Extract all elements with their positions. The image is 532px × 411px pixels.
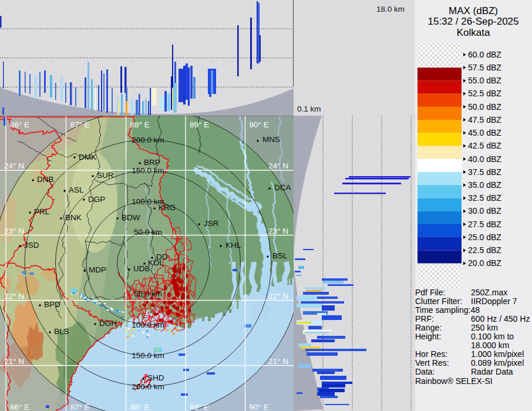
svg-text:BDW: BDW	[122, 213, 140, 222]
svg-text:DGH: DGH	[99, 319, 117, 328]
svg-text:27.5 dBZ: 27.5 dBZ	[468, 220, 501, 229]
svg-text:52.5 dBZ: 52.5 dBZ	[468, 89, 501, 98]
svg-text:Radar Data: Radar Data	[471, 367, 513, 376]
svg-text:86° E: 86° E	[10, 403, 29, 411]
svg-text:88° E: 88° E	[130, 403, 150, 411]
svg-text:Range:: Range:	[415, 323, 442, 332]
svg-text:55.0 dBZ: 55.0 dBZ	[468, 76, 501, 85]
svg-text:DNB: DNB	[37, 175, 54, 184]
svg-text:22° N: 22° N	[4, 292, 24, 301]
svg-text:30.0 dBZ: 30.0 dBZ	[468, 206, 501, 215]
svg-text:BNK: BNK	[65, 213, 82, 222]
svg-text:89° E: 89° E	[190, 403, 209, 411]
svg-text:200.0 km: 200.0 km	[132, 136, 164, 144]
svg-text:89° E: 89° E	[190, 120, 209, 129]
svg-text:250Z.max: 250Z.max	[471, 288, 507, 297]
svg-text:MAX (dBZ): MAX (dBZ)	[449, 5, 498, 16]
svg-text:15:32 / 26-Sep-2025: 15:32 / 26-Sep-2025	[427, 16, 518, 27]
svg-text:PRF:: PRF:	[415, 314, 434, 324]
svg-text:37.5 dBZ: 37.5 dBZ	[468, 167, 501, 177]
svg-text:BRP: BRP	[144, 158, 160, 167]
svg-text:SHD: SHD	[147, 373, 164, 382]
svg-text:1.000 km/pixel: 1.000 km/pixel	[471, 349, 524, 359]
svg-text:MNS: MNS	[262, 135, 280, 144]
svg-text:35.0 dBZ: 35.0 dBZ	[468, 180, 501, 190]
svg-text:BPD: BPD	[44, 300, 60, 309]
svg-text:25.0 dBZ: 25.0 dBZ	[468, 233, 501, 242]
svg-text:Data:: Data:	[415, 367, 435, 376]
svg-text:100.0 km: 100.0 km	[132, 321, 164, 329]
svg-text:BSL: BSL	[272, 251, 288, 260]
svg-text:57.5 dBZ: 57.5 dBZ	[468, 63, 501, 72]
svg-text:0.1 km: 0.1 km	[297, 105, 321, 113]
svg-text:45.0 dBZ: 45.0 dBZ	[468, 128, 501, 137]
svg-text:ASL: ASL	[69, 186, 84, 194]
svg-text:90° E: 90° E	[250, 120, 269, 129]
svg-text:24° N: 24° N	[268, 161, 288, 170]
svg-text:JSR: JSR	[204, 219, 219, 228]
svg-text:18.000 km: 18.000 km	[471, 341, 509, 350]
svg-text:250 km: 250 km	[471, 323, 498, 332]
svg-text:18.0 km: 18.0 km	[376, 5, 405, 14]
svg-text:50.0 dBZ: 50.0 dBZ	[468, 102, 501, 112]
svg-text:87° E: 87° E	[70, 403, 90, 411]
svg-text:600 Hz / 450 Hz: 600 Hz / 450 Hz	[471, 314, 530, 324]
svg-text:PRL: PRL	[34, 207, 50, 216]
svg-text:DGP: DGP	[88, 195, 105, 204]
svg-text:50.0 km: 50.0 km	[134, 289, 162, 298]
svg-text:150.0 km: 150.0 km	[132, 351, 164, 360]
svg-text:BLS: BLS	[54, 327, 69, 336]
svg-text:SUR: SUR	[97, 171, 114, 180]
svg-text:42.5 dBZ: 42.5 dBZ	[468, 141, 501, 150]
svg-text:21° N: 21° N	[268, 357, 288, 366]
svg-text:KOL: KOL	[148, 258, 164, 267]
svg-text:23° N: 23° N	[268, 227, 288, 235]
svg-text:40.0 dBZ: 40.0 dBZ	[468, 154, 501, 164]
svg-text:DMK: DMK	[79, 153, 96, 161]
svg-text:0.089 km/pixel: 0.089 km/pixel	[471, 358, 524, 368]
svg-text:23° N: 23° N	[4, 227, 24, 235]
svg-text:47.5 dBZ: 47.5 dBZ	[468, 115, 501, 124]
svg-text:UDB: UDB	[133, 264, 150, 273]
svg-text:KHL: KHL	[225, 241, 241, 250]
svg-text:22.5 dBZ: 22.5 dBZ	[468, 245, 501, 255]
svg-text:21° N: 21° N	[4, 357, 24, 366]
svg-text:Kolkata: Kolkata	[457, 27, 490, 38]
svg-text:90° E: 90° E	[250, 403, 269, 411]
svg-text:Clutter Filter:: Clutter Filter:	[415, 297, 462, 306]
svg-text:Height:: Height:	[415, 332, 441, 341]
svg-text:86° E: 86° E	[10, 120, 29, 129]
svg-text:MDP: MDP	[89, 265, 106, 274]
svg-text:IIRDoppler 7: IIRDoppler 7	[471, 297, 517, 306]
svg-text:88° E: 88° E	[130, 120, 150, 129]
svg-text:Pdf File:: Pdf File:	[415, 288, 445, 297]
svg-text:200.0 km: 200.0 km	[132, 382, 164, 391]
svg-text:150.0 km: 150.0 km	[132, 166, 164, 175]
svg-text:JSD: JSD	[24, 241, 39, 250]
svg-text:20.0 dBZ: 20.0 dBZ	[468, 258, 501, 268]
svg-text:50.0 km: 50.0 km	[134, 228, 162, 237]
svg-text:Hor Res:: Hor Res:	[415, 349, 447, 359]
svg-text:Time sampling:48: Time sampling:48	[415, 305, 480, 315]
svg-text:Rainbow® SELEX-SI: Rainbow® SELEX-SI	[415, 376, 493, 386]
svg-text:32.5 dBZ: 32.5 dBZ	[468, 193, 501, 203]
svg-text:DCA: DCA	[274, 183, 291, 192]
svg-text:60.0 dBZ: 60.0 dBZ	[468, 50, 501, 59]
svg-text:Vert Res:: Vert Res:	[415, 358, 449, 368]
svg-text:87° E: 87° E	[70, 120, 90, 129]
svg-text:22° N: 22° N	[268, 292, 288, 301]
svg-text:KRG: KRG	[159, 203, 176, 212]
svg-text:0.100 km to: 0.100 km to	[471, 332, 514, 341]
svg-text:24° N: 24° N	[4, 161, 24, 170]
